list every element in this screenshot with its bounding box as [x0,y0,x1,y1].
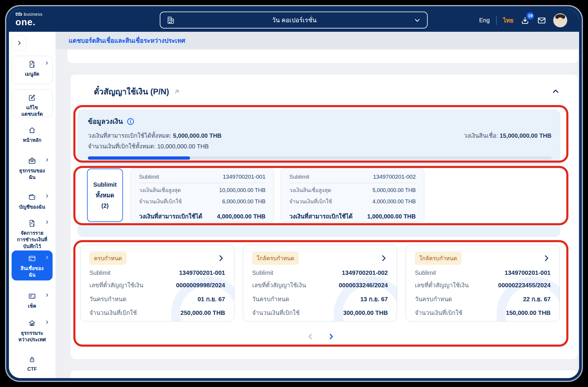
sidebar-item-label: ธุรกรรมของ [13,167,51,174]
available-label: วงเงินที่สามารถเบิกใช้ได้ [139,212,202,221]
sidebar-item-label: การชำระเงินที่ [13,236,51,243]
max-credit-value: 10,000,000.00 THB [219,187,265,194]
company-selector-value: วัน คอเปอร์เรชั่น [175,15,413,25]
pagination-prev-button[interactable] [306,332,315,341]
sidebar-item-my-transactions[interactable]: ธุรกรรมของ ฉัน [12,153,53,185]
sublimit-number: 1349700201-002 [373,174,416,180]
sidebar-item-label: ฉัน [13,272,51,278]
logo-ttb: ttb [15,11,22,17]
total-available-value: 5,000,000.00 THB [173,132,222,139]
sublimit-all-button[interactable]: Sublimit ทั้งหมด (2) [87,169,123,222]
chevron-left-icon [306,332,315,341]
sidebar-expand-button[interactable] [12,35,27,50]
status-badge: ครบกำหนด [89,252,127,265]
user-avatar[interactable] [553,13,567,27]
sidebar-item-label: ธุรกรรมระ [13,330,51,336]
available-value: 1,000,000.00 THB [367,213,416,220]
note-label: Sublimit [415,269,436,276]
total-available-line: วงเงินที่สามารถเบิกใช้ได้ทั้งหมด: 5,000,… [88,131,222,140]
chevron-right-icon [45,220,49,224]
sidebar: เมนูลัด แก้ไข แดชบอร์ด หน้าหลัก ธุรกรรมข… [9,32,56,378]
note-label: จำนวนเงินที่เบิกใช้ [415,308,462,318]
sidebar-item-label: เช็ค [13,303,51,309]
available-value: 4,000,000.00 THB [217,213,265,220]
info-icon[interactable] [127,118,135,126]
sidebar-item-ctf[interactable]: CTF [12,352,53,376]
note-value: 1349700201-001 [505,269,551,276]
status-badge: ใกล้ครบกำหนด [415,252,461,265]
sidebar-item-shortcut-menu[interactable]: เมนูลัด [12,56,53,84]
sidebar-item-cheque[interactable]: เช็ค [12,288,53,313]
app-window: ttb business one. วัน คอเปอร์เรชั่น Eng … [9,9,579,378]
logo-one: one. [15,18,42,27]
sublimit-number: 1349700201-001 [223,174,265,180]
sidebar-item-edit-dashboard[interactable]: แก้ไข แดชบอร์ด [12,89,53,117]
limit-info-title: ข้อมูลวงเงิน [88,116,123,127]
messages-button[interactable] [537,15,547,26]
note-label: เลขที่ตั๋วสัญญาใช้เงิน [252,280,306,290]
pn-note-card[interactable]: ใกล้ครบกำหนด Sublimit1349700201-001 เลขท… [406,245,560,321]
collapse-section-button[interactable] [551,87,560,96]
total-used-value: 10,000,000.00 THB [157,143,208,150]
sidebar-item-my-loans[interactable]: สินเชื่อของ ฉัน [12,250,53,280]
credit-limit-line: วงเงินสินเชื่อ: 15,000,000.00 THB [464,131,551,140]
sidebar-item-label: จัดการราย [13,230,51,236]
download-count-badge: 19 [527,12,534,20]
chevron-right-icon [16,40,22,46]
pagination-next-button[interactable] [327,332,336,341]
sublimit-button-line: Sublimit [93,181,117,188]
sublimit-strip: Sublimit ทั้งหมด (2) Sublimit 1349700201… [78,166,560,225]
external-link-icon[interactable] [173,88,180,95]
chevron-down-icon [413,16,421,24]
limit-progress-track [88,156,552,160]
chevron-right-icon[interactable] [542,254,551,262]
chevron-right-icon [45,255,49,260]
note-value: 1349700201-002 [342,269,388,276]
sidebar-item-manage-saved-payments[interactable]: จัดการราย การชำระเงินที่ บันทึกไว้ [12,215,53,253]
notes-pagination [67,332,574,341]
note-label: จำนวนเงินที่เบิกใช้ [89,308,137,318]
note-value: 150,000.00 THB [506,309,551,316]
sidebar-item-international-transactions[interactable]: ธุรกรรมระ หว่างประเทศ [12,315,53,347]
breadcrumb: แดชบอร์ดสินเชื่อและสินเชื่อระหว่างประเทศ [69,36,185,45]
pn-note-card[interactable]: ครบกำหนด Sublimit1349700201-001 เลขที่ตั… [80,245,234,321]
credit-limit-value: 15,000,000.00 THB [500,132,551,139]
chevron-up-icon [551,87,560,96]
chevron-right-icon[interactable] [217,254,225,262]
ttb-business-one-logo: ttb business one. [15,12,42,27]
note-label: วันครบกำหนด [415,294,452,304]
note-label: วันครบกำหนด [252,294,289,304]
sublimit-summary-card[interactable]: Sublimit 1349700201-002 วงเงินสินเชื่อสู… [281,168,424,222]
pn-note-card[interactable]: ใกล้ครบกำหนด Sublimit1349700201-002 เลขท… [243,245,397,321]
language-eng[interactable]: Eng [479,17,490,24]
sidebar-item-label: หว่างประเทศ [13,336,51,343]
edit-icon [13,93,51,102]
max-credit-value: 5,000,000.00 THB [372,187,416,194]
breadcrumb-bar: แดชบอร์ดสินเชื่อและสินเชื่อระหว่างประเทศ [56,32,579,49]
note-value: 22 ก.ย. 67 [523,294,551,304]
device-frame: ttb business one. วัน คอเปอร์เรชั่น Eng … [6,6,582,381]
used-amount-value: 4,000,000.00 THB [372,199,416,205]
sidebar-item-my-accounts[interactable]: บัญชีของฉัน [12,189,53,214]
company-selector[interactable]: วัน คอเปอร์เรชั่น [160,12,428,28]
home-icon [13,126,51,134]
note-label: Sublimit [89,269,110,276]
note-label: Sublimit [252,269,273,276]
download-button[interactable]: 19 [520,15,530,26]
sidebar-item-home[interactable]: หน้าหลัก [12,122,53,147]
chevron-right-icon [45,194,49,198]
sidebar-item-label: บัญชีของฉัน [13,204,51,210]
chevron-right-icon [45,61,49,65]
sidebar-item-label: แก้ไข [13,104,51,111]
chevron-right-icon [45,293,49,297]
sidebar-item-label: แดชบอร์ด [13,111,51,117]
sidebar-item-label: CTF [13,366,51,372]
note-value: 13 ก.ย. 67 [360,294,388,304]
chevron-right-icon[interactable] [380,254,388,262]
language-thai[interactable]: ไทย [503,16,513,25]
used-amount-label: จำนวนเงินที่เบิกใช้ [139,197,182,206]
pn-section-title: ตั๋วสัญญาใช้เงิน (P/N) [94,85,169,98]
total-used-line: จำนวนเงินที่เบิกใช้ทั้งหมด: 10,000,000.0… [88,142,209,151]
note-value: 01 ก.ย. 67 [197,294,225,304]
sublimit-summary-card[interactable]: Sublimit 1349700201-001 วงเงินสินเชื่อสู… [130,168,274,222]
